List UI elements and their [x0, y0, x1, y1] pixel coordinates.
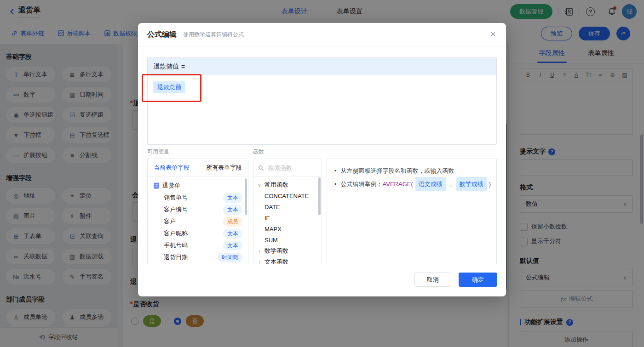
variable-name: 退货日期 [164, 253, 188, 262]
variable-row[interactable]: 手机号码文本 [148, 239, 248, 251]
chevron-right-icon: › [257, 260, 262, 265]
function-group-name: 常用函数 [264, 181, 288, 189]
close-icon[interactable]: × [490, 29, 496, 39]
modal-subtitle: 使用数学运算符编辑公式 [183, 31, 244, 39]
function-group-row[interactable]: ›文本函数 [253, 256, 322, 264]
variables-scrollbar[interactable] [245, 178, 247, 215]
example-token: 数学成绩 [456, 177, 487, 191]
function-search[interactable] [253, 159, 322, 177]
variable-row[interactable]: 客户编号文本 [148, 204, 248, 216]
variable-name: 销售单号 [164, 193, 188, 202]
app-root: 退货单 表单设计 表单设置 数据管理 ? 理 表单外链 [0, 0, 644, 347]
example-token: 语文成绩 [415, 177, 446, 191]
tip-line-2: • 公式编辑举例： AVERAGE( 语文成绩 ， 数学成绩 ) [334, 177, 489, 191]
tip-line-1: • 从左侧面板选择字段名和函数，或输入函数 [334, 165, 489, 177]
variable-name: 客户 [164, 217, 176, 226]
function-item[interactable]: IF [253, 212, 322, 223]
formula-edit-modal: 公式编辑 使用数学运算符编辑公式 × 退款储值= 退款总额 可用变量 函数 当前… [138, 23, 506, 296]
tab-all-form-fields[interactable]: 所有表单字段 [206, 164, 242, 172]
variable-type-tag: 文本 [223, 229, 242, 239]
variable-type-tag: 时间戳 [218, 253, 242, 262]
variable-row[interactable]: 客户昵称文本 [148, 228, 248, 239]
chevron-down-icon: ∨ [257, 182, 262, 188]
formula-target-bar: 退款储值= [148, 58, 496, 75]
search-icon [258, 165, 264, 171]
function-group-name: 数学函数 [264, 247, 288, 255]
variable-row-partial [148, 263, 248, 264]
function-group-name: 文本函数 [264, 258, 288, 264]
confirm-button[interactable]: 确定 [459, 273, 497, 287]
tab-current-form-fields[interactable]: 当前表单字段 [154, 164, 190, 172]
functions-scrollbar[interactable] [318, 177, 321, 215]
variable-name: 客户编号 [164, 205, 188, 214]
function-item[interactable]: DATE [253, 201, 322, 212]
chevron-right-icon: › [257, 249, 262, 254]
variable-row[interactable]: 销售单号文本 [148, 192, 248, 204]
formula-body[interactable]: 退款总额 [148, 75, 496, 144]
form-doc-icon [154, 182, 159, 189]
variable-type-tag: 文本 [223, 205, 242, 215]
variables-root-row[interactable]: 退货单 [148, 180, 248, 192]
function-item[interactable]: MAPX [253, 223, 322, 234]
variables-tabs: 当前表单字段 所有表单字段 [148, 159, 248, 177]
functions-list: ∨常用函数CONCATENATEDATEIFMAPXSUM›数学函数›文本函数 [253, 177, 322, 264]
function-item[interactable]: SUM [253, 234, 322, 245]
variable-row[interactable]: 客户成员 [148, 216, 248, 228]
function-group-row[interactable]: ›数学函数 [253, 245, 322, 256]
variable-type-tag: 文本 [223, 193, 242, 203]
variables-panel: 当前表单字段 所有表单字段 退货单 销售单号文本客户编号文本客户成员客户昵称文本… [147, 159, 248, 264]
formula-editor[interactable]: 退款储值= 退款总额 [147, 57, 497, 145]
variables-label: 可用变量 [147, 148, 169, 156]
formula-token[interactable]: 退款总额 [153, 81, 185, 93]
function-item[interactable]: CONCATENATE [253, 190, 322, 201]
variable-row[interactable]: 退货日期时间戳 [148, 251, 248, 263]
tips-panel: • 从左侧面板选择字段名和函数，或输入函数 • 公式编辑举例： AVERAGE(… [327, 159, 497, 264]
variable-name: 客户昵称 [164, 229, 188, 238]
functions-label: 函数 [253, 148, 264, 156]
variables-list: 退货单 销售单号文本客户编号文本客户成员客户昵称文本手机号码文本退货日期时间戳 [148, 177, 248, 264]
functions-panel: ∨常用函数CONCATENATEDATEIFMAPXSUM›数学函数›文本函数 [253, 159, 322, 264]
variable-type-tag: 成员 [223, 217, 242, 227]
function-group-row[interactable]: ∨常用函数 [253, 179, 322, 190]
variable-name: 手机号码 [164, 241, 188, 250]
cancel-button[interactable]: 取消 [414, 273, 451, 287]
modal-header: 公式编辑 使用数学运算符编辑公式 [138, 23, 506, 46]
variable-type-tag: 文本 [223, 241, 242, 250]
modal-title: 公式编辑 [147, 30, 177, 40]
function-search-input[interactable] [267, 164, 315, 172]
